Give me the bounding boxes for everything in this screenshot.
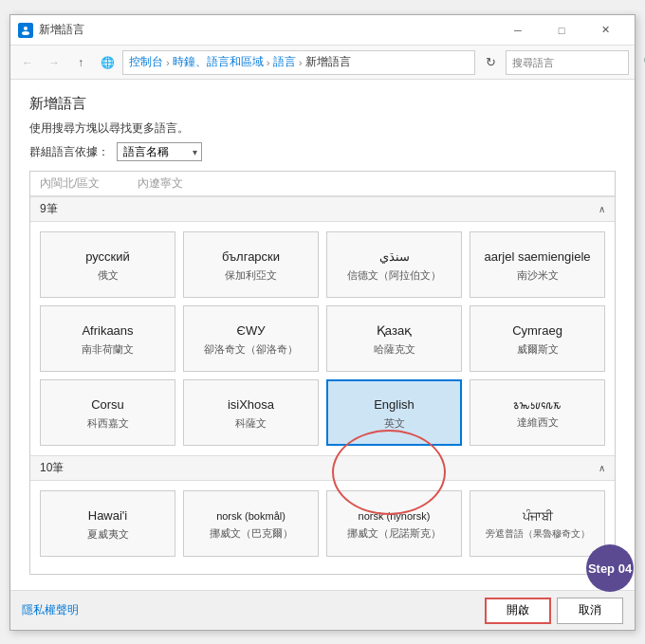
section-10-header[interactable]: 10筆 ∧: [30, 455, 615, 481]
main-window: 新增語言 ─ □ ✕ ← → ↑ 🌐 控制台 › 時鐘、語言和區域 › 語言 ›…: [9, 14, 636, 631]
tile-kk[interactable]: Қазақ 哈薩克文: [326, 305, 462, 372]
window-title: 新增語言: [39, 22, 496, 38]
tile-ru[interactable]: русский 俄文: [40, 231, 175, 298]
group-row: 群組語言依據： 語言名稱: [29, 142, 616, 161]
tile-co[interactable]: Corsu 科西嘉文: [40, 379, 175, 446]
up-button[interactable]: ↑: [69, 51, 92, 74]
partial-row: 內閩北/區文 內遼寧文: [30, 172, 615, 196]
section-9-header[interactable]: 9筆 ∧: [30, 196, 615, 222]
globe-icon: 🌐: [96, 51, 119, 74]
svg-point-1: [22, 31, 29, 35]
breadcrumb-item-region[interactable]: 時鐘、語言和區域: [173, 55, 264, 69]
tile-en[interactable]: English 英文: [326, 379, 462, 446]
section-10-label: 10筆: [40, 460, 64, 476]
tile-cy[interactable]: Cymraeg 威爾斯文: [470, 305, 605, 372]
language-grid-container: 內閩北/區文 內遼寧文 9筆 ∧ русский 俄文 български: [29, 171, 616, 575]
forward-button[interactable]: →: [43, 51, 65, 74]
back-button[interactable]: ←: [16, 51, 39, 74]
window-controls: ─ □ ✕: [496, 15, 627, 46]
tile-xh[interactable]: isiXhosa 科薩文: [183, 379, 319, 446]
group-label: 群組語言依據：: [29, 144, 109, 160]
minimize-button[interactable]: ─: [496, 15, 540, 46]
open-button[interactable]: 開啟: [485, 598, 551, 624]
page-title: 新增語言: [29, 95, 616, 113]
refresh-button[interactable]: ↻: [479, 51, 502, 74]
section-9-label: 9筆: [40, 201, 58, 217]
tile-hw[interactable]: Hawai'i 夏威夷文: [40, 490, 175, 557]
tile-bg[interactable]: български 保加利亞文: [183, 231, 319, 298]
section-9-grid: русский 俄文 български 保加利亞文 سنڌي 信德文（阿拉伯文…: [30, 222, 615, 455]
section-10-grid: Hawai'i 夏威夷文 norsk (bokmål) 挪威文（巴克爾） nor…: [30, 481, 615, 566]
tile-ur[interactable]: 𐒈𐒝𐒑𐒩𐒛𐒐𐒣 達維西文: [470, 379, 605, 446]
breadcrumb-item-current: 新增語言: [305, 55, 351, 69]
search-bar: 🔍: [506, 50, 629, 75]
section-10-arrow: ∧: [599, 463, 605, 473]
svg-point-0: [24, 27, 28, 30]
tile-aa[interactable]: aarjel saemiengiele 南沙米文: [470, 231, 605, 298]
group-select-wrapper: 語言名稱: [117, 142, 202, 161]
section-9-arrow: ∧: [599, 204, 605, 214]
privacy-link[interactable]: 隱私權聲明: [22, 602, 79, 618]
tile-cu[interactable]: ЄWУ 卻洛奇文（卻洛奇）: [183, 305, 319, 372]
address-bar: ← → ↑ 🌐 控制台 › 時鐘、語言和區域 › 語言 › 新增語言 ↻ 🔍: [10, 46, 635, 80]
breadcrumb: 控制台 › 時鐘、語言和區域 › 語言 › 新增語言: [122, 50, 475, 75]
close-button[interactable]: ✕: [583, 15, 627, 46]
title-bar: 新增語言 ─ □ ✕: [10, 15, 635, 46]
tile-nb[interactable]: norsk (bokmål) 挪威文（巴克爾）: [183, 490, 319, 557]
partial-col1: 內閩北/區文: [40, 175, 100, 192]
breadcrumb-item-language[interactable]: 語言: [273, 55, 296, 69]
subtitle: 使用搜尋方塊以尋找更多語言。: [29, 120, 616, 137]
tile-pa[interactable]: ਪੰਜਾਬੀ 旁遮普語（果魯穆奇文）: [470, 490, 605, 557]
tile-af[interactable]: Afrikaans 南非荷蘭文: [40, 305, 175, 372]
tile-sd[interactable]: سنڌي 信德文（阿拉伯文）: [326, 231, 462, 298]
cancel-button[interactable]: 取消: [557, 598, 623, 624]
window-icon: [18, 23, 33, 38]
bottom-bar: 隱私權聲明 開啟 取消: [10, 590, 635, 630]
tile-nn[interactable]: norsk (nynorsk) 挪威文（尼諾斯克）: [326, 490, 462, 557]
search-input[interactable]: [512, 57, 643, 68]
group-select[interactable]: 語言名稱: [117, 142, 202, 161]
breadcrumb-item-controlpanel[interactable]: 控制台: [129, 55, 163, 69]
content-area: 新增語言 使用搜尋方塊以尋找更多語言。 群組語言依據： 語言名稱 內閩北/區文 …: [10, 80, 635, 590]
maximize-button[interactable]: □: [540, 15, 583, 46]
partial-col2: 內遼寧文: [138, 175, 183, 192]
